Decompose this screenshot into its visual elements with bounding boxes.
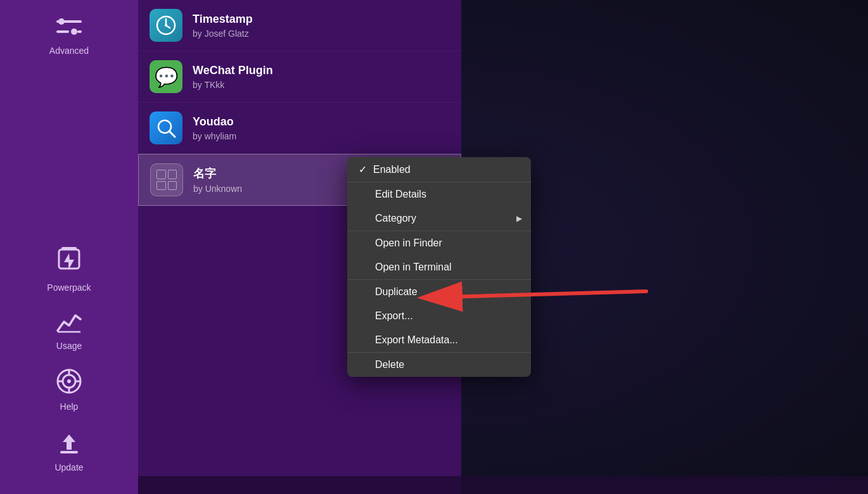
- sidebar-item-advanced[interactable]: Advanced: [0, 6, 138, 65]
- sidebar: Advanced Powerpack Usage: [0, 0, 138, 494]
- context-menu-open-terminal-label: Open in Terminal: [375, 262, 452, 273]
- sidebar-item-powerpack[interactable]: Powerpack: [0, 238, 138, 301]
- plugin-author-timestamp: by Josef Glatz: [193, 28, 450, 39]
- svg-rect-5: [77, 30, 82, 33]
- plugin-info-youdao: Youdao by whyliam: [193, 115, 450, 141]
- context-menu-section-3: Open in Finder Open in Terminal: [347, 231, 531, 280]
- context-menu-item-category[interactable]: Category ▶: [347, 206, 531, 231]
- svg-rect-4: [56, 30, 69, 33]
- plugin-name-wechat: WeChat Plugin: [193, 64, 450, 77]
- svg-rect-18: [60, 451, 78, 453]
- context-menu-item-export-metadata[interactable]: Export Metadata...: [347, 328, 531, 352]
- context-menu-open-finder-label: Open in Finder: [375, 238, 442, 249]
- sidebar-label-powerpack: Powerpack: [47, 282, 91, 293]
- grid-cell-3: [156, 181, 166, 191]
- context-menu-item-export[interactable]: Export...: [347, 304, 531, 328]
- context-menu-duplicate-label: Duplicate: [375, 286, 418, 298]
- svg-point-3: [71, 28, 77, 35]
- plugin-name-youdao: Youdao: [193, 115, 450, 129]
- grid-cell-2: [168, 170, 177, 179]
- context-menu-section-1: ✓ Enabled: [347, 157, 531, 182]
- grid-cell-4: [168, 181, 177, 191]
- plugin-name-timestamp: Timestamp: [193, 13, 450, 26]
- plugin-item-timestamp[interactable]: Timestamp by Josef Glatz: [138, 0, 461, 51]
- context-menu-edit-details-label: Edit Details: [375, 189, 426, 200]
- plugin-item-youdao[interactable]: Youdao by whyliam: [138, 103, 461, 154]
- bottom-bar: [138, 476, 868, 494]
- grid-icon: [156, 170, 177, 190]
- context-menu-section-2: Edit Details Category ▶: [347, 182, 531, 231]
- plugin-icon-mingzi: [150, 163, 183, 196]
- context-menu-item-enabled[interactable]: ✓ Enabled: [347, 157, 531, 182]
- svg-marker-8: [64, 253, 74, 270]
- context-menu-item-edit-details[interactable]: Edit Details: [347, 182, 531, 206]
- context-menu-export-label: Export...: [375, 310, 413, 322]
- svg-rect-2: [67, 20, 82, 23]
- sidebar-label-usage: Usage: [56, 341, 82, 351]
- advanced-icon: [56, 15, 82, 42]
- update-icon: [56, 429, 82, 459]
- plugin-icon-youdao: [150, 111, 182, 144]
- plugin-author-wechat: by TKkk: [193, 80, 450, 90]
- powerpack-icon: [58, 247, 80, 279]
- plugin-item-wechat[interactable]: 💬 WeChat Plugin by TKkk: [138, 51, 461, 103]
- submenu-arrow-icon: ▶: [516, 214, 522, 223]
- context-menu-enabled-label: Enabled: [373, 164, 411, 175]
- plugin-icon-timestamp: [150, 9, 182, 42]
- usage-icon: [56, 310, 82, 337]
- sidebar-label-help: Help: [60, 402, 79, 412]
- context-menu-category-label: Category: [375, 213, 416, 224]
- context-menu-export-metadata-label: Export Metadata...: [375, 334, 458, 346]
- plugin-info-wechat: WeChat Plugin by TKkk: [193, 64, 450, 90]
- sidebar-item-usage[interactable]: Usage: [0, 301, 138, 360]
- sidebar-label-update: Update: [54, 462, 83, 472]
- context-menu-item-open-finder[interactable]: Open in Finder: [347, 231, 531, 255]
- sidebar-item-help[interactable]: Help: [0, 360, 138, 421]
- sidebar-label-advanced: Advanced: [49, 46, 89, 56]
- plugin-info-timestamp: Timestamp by Josef Glatz: [193, 13, 450, 39]
- svg-marker-17: [63, 434, 75, 450]
- svg-line-24: [169, 131, 175, 137]
- context-menu-section-5: Delete: [347, 353, 531, 377]
- context-menu: ✓ Enabled Edit Details Category ▶ Open i…: [347, 157, 531, 377]
- context-menu-section-4: Duplicate Export... Export Metadata...: [347, 280, 531, 353]
- context-menu-item-open-terminal[interactable]: Open in Terminal: [347, 255, 531, 279]
- plugin-icon-wechat: 💬: [150, 60, 182, 93]
- help-icon: [56, 369, 82, 398]
- checkmark-icon: ✓: [359, 163, 367, 175]
- svg-point-22: [165, 24, 167, 27]
- context-menu-item-duplicate[interactable]: Duplicate: [347, 280, 531, 304]
- context-menu-delete-label: Delete: [375, 359, 404, 370]
- svg-point-12: [67, 379, 71, 383]
- grid-cell-1: [156, 170, 166, 179]
- context-menu-item-delete[interactable]: Delete: [347, 353, 531, 377]
- plugin-author-youdao: by whyliam: [193, 131, 450, 141]
- sidebar-item-update[interactable]: Update: [0, 421, 138, 481]
